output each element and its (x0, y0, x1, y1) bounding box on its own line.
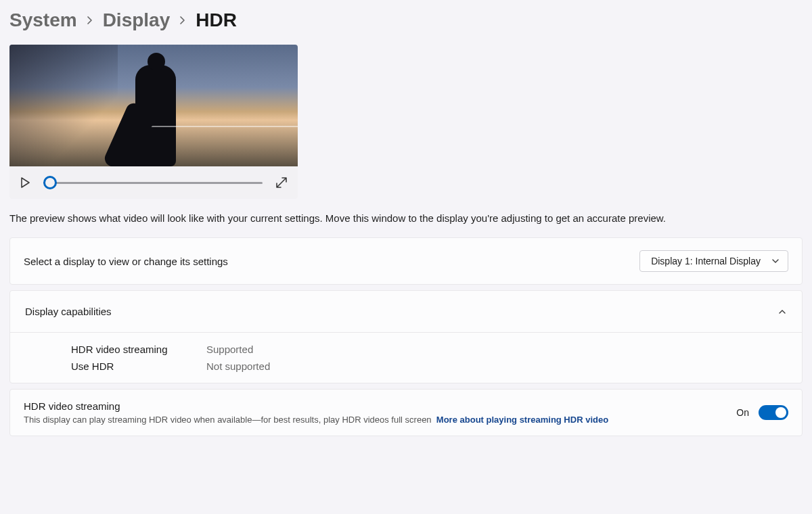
chevron-right-icon (179, 16, 186, 25)
toggle-state-label: On (736, 407, 749, 418)
select-display-label: Select a display to view or change its s… (24, 256, 228, 267)
breadcrumb: System Display HDR (9, 9, 803, 31)
preview-video-thumbnail[interactable] (9, 45, 298, 166)
display-capabilities-header[interactable]: Display capabilities (10, 291, 802, 332)
select-display-card: Select a display to view or change its s… (9, 237, 803, 285)
chevron-down-icon (771, 257, 780, 265)
hdr-streaming-toggle[interactable] (759, 405, 788, 420)
play-icon[interactable] (19, 177, 31, 189)
hdr-streaming-desc: This display can play streaming HDR vide… (24, 415, 608, 425)
display-capabilities-title: Display capabilities (25, 306, 112, 317)
hdr-streaming-title: HDR video streaming (24, 400, 608, 412)
breadcrumb-hdr: HDR (196, 9, 237, 31)
fullscreen-icon[interactable] (275, 176, 288, 189)
display-dropdown[interactable]: Display 1: Internal Display (639, 250, 788, 272)
learn-more-link[interactable]: More about playing streaming HDR video (436, 415, 608, 425)
display-dropdown-value: Display 1: Internal Display (651, 256, 761, 266)
preview-hint-text: The preview shows what video will look l… (9, 212, 803, 224)
cap-row-value: Supported (206, 344, 788, 355)
chevron-right-icon (87, 16, 93, 25)
display-capabilities-body: HDR video streaming Supported Use HDR No… (10, 332, 802, 383)
breadcrumb-display[interactable]: Display (103, 9, 171, 31)
preview-controls (9, 166, 298, 199)
cap-row-label: HDR video streaming (71, 344, 206, 355)
cap-row-value: Not supported (206, 360, 788, 372)
seek-thumb[interactable] (43, 176, 57, 189)
display-capabilities-card: Display capabilities HDR video streaming… (9, 290, 803, 383)
chevron-up-icon (777, 307, 787, 317)
hdr-preview-card (9, 45, 298, 199)
hdr-streaming-card: HDR video streaming This display can pla… (9, 389, 803, 436)
seek-slider[interactable] (43, 176, 263, 189)
cap-row-label: Use HDR (71, 360, 206, 372)
breadcrumb-system[interactable]: System (9, 9, 77, 31)
